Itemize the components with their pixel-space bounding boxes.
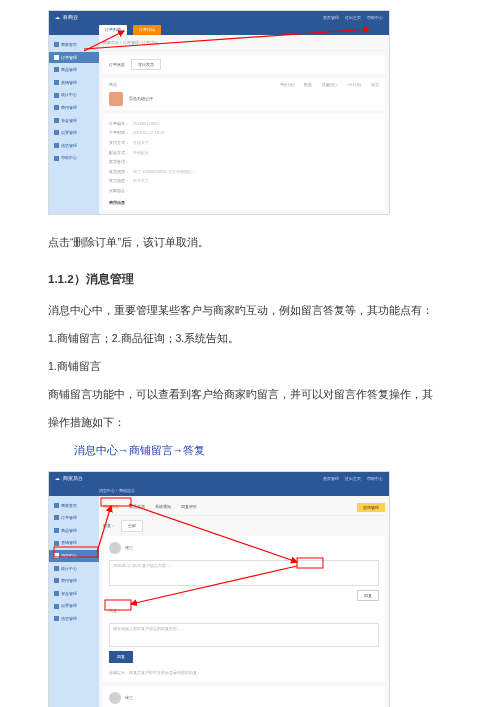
top-link[interactable]: 首页管理: [323, 475, 339, 483]
screenshot-order-detail: ☁ 科商云 首页管理 推出主页 帮助中心 订单列表 订单详情 商家首页 订单管理…: [48, 10, 390, 215]
sidebar-item[interactable]: 费用管理: [49, 102, 99, 114]
square-icon: [54, 591, 59, 596]
reply-button[interactable]: 回复: [109, 651, 133, 663]
msg-tabs: 商铺留言 商品咨询 系统通知 回复评价 咨询管理: [103, 500, 385, 517]
sidebar-item[interactable]: 统计中心: [49, 563, 99, 575]
brand-logo: ☁ 商家后台: [55, 474, 83, 484]
cloud-icon: ☁: [55, 13, 60, 23]
message-card-collapsed: 张三: [103, 686, 385, 707]
sidebar-item[interactable]: 帮助中心: [49, 152, 99, 164]
paragraph: 1.商铺留言；2.商品征询；3.系统告知。: [48, 329, 460, 349]
top-link[interactable]: 帮助中心: [367, 14, 383, 22]
status-card: 订单状态 等待发货: [103, 55, 385, 75]
tab-order-list[interactable]: 订单列表: [99, 25, 127, 35]
sidebar-item[interactable]: 设置管理: [49, 127, 99, 139]
msg-tab-highlight[interactable]: 咨询管理: [357, 503, 385, 513]
square-icon: [54, 118, 59, 123]
sidebar-item[interactable]: 资金管理: [49, 115, 99, 127]
breadcrumb: 商家后台 › 订单管理 › 订单详情: [103, 39, 385, 51]
nav-path: 消息中心→商铺留言→答复: [74, 441, 460, 461]
avatar-icon: [109, 692, 121, 704]
col-header: 优惠(元): [322, 82, 336, 89]
sidebar-item[interactable]: 商品管理: [49, 525, 99, 537]
info-card: 订单编号：201805120001 下单时间：2018-05-12 10:20 …: [103, 114, 385, 210]
sidebar-item[interactable]: 统计中心: [49, 89, 99, 101]
section-heading: 1.1.2）消息管理: [48, 269, 460, 291]
message-content: 2018-05-12 10:20 客户留言内容……: [109, 560, 379, 586]
sidebar-item-active[interactable]: 消息中心: [49, 550, 99, 562]
sidebar: 商家首页 订单管理 商品管理 营销管理 统计中心 费用管理 资金管理 设置管理 …: [49, 35, 99, 214]
workspace: 商家首页 订单管理 商品管理 营销管理 消息中心 统计中心 费用管理 资金管理 …: [49, 496, 389, 707]
user-name: 张三: [125, 694, 133, 702]
col-header: 单价(元): [280, 82, 294, 89]
sidebar-item[interactable]: 营销管理: [49, 77, 99, 89]
top-link[interactable]: 帮助中心: [367, 475, 383, 483]
topbar: ☁ 商家后台 首页管理 推出主页 帮助中心: [49, 472, 389, 486]
square-icon: [54, 566, 59, 571]
brand-logo: ☁ 科商云: [55, 13, 78, 23]
paragraph: 点击“删除订单”后，该订单取消。: [48, 233, 460, 253]
status-select[interactable]: 等待发货: [131, 59, 161, 71]
sidebar-item-active[interactable]: 订单管理: [49, 52, 99, 64]
brand-text: 科商云: [63, 13, 78, 23]
sidebar-item[interactable]: 营销管理: [49, 537, 99, 549]
top-link[interactable]: 首页管理: [323, 14, 339, 22]
message-card: 张三 2018-05-12 10:20 客户留言内容…… 回复 回复： 请在此输…: [103, 536, 385, 682]
reply-link[interactable]: 回复: [357, 590, 379, 602]
msg-tab[interactable]: 系统通知: [155, 503, 171, 513]
square-icon: [54, 578, 59, 583]
cloud-icon: ☁: [55, 474, 60, 484]
msg-tab-active[interactable]: 商铺留言: [103, 503, 119, 513]
square-icon: [54, 80, 59, 85]
sidebar-item[interactable]: 商家首页: [49, 39, 99, 51]
paragraph: 1.商铺留言: [48, 357, 460, 377]
paragraph: 操作措施如下：: [48, 413, 460, 433]
sidebar-item[interactable]: 订单管理: [49, 512, 99, 524]
user-name: 张三: [125, 544, 133, 552]
product-name: 黑色毛绒公仔: [129, 95, 153, 103]
square-icon: [54, 156, 59, 161]
square-icon: [54, 143, 59, 148]
filter-select[interactable]: 全部: [121, 520, 143, 532]
square-icon: [54, 553, 59, 558]
sidebar-item[interactable]: 信息管理: [49, 140, 99, 152]
square-icon: [54, 515, 59, 520]
col-header: 小计(元): [347, 82, 361, 89]
square-icon: [54, 55, 59, 60]
reply-textarea[interactable]: 请在此输入您对客户留言的回复内容……: [109, 623, 379, 647]
product-card: 商品 单价(元) 数量 优惠(元) 小计(元) 退款 黑色毛绒公仔: [103, 78, 385, 110]
square-icon: [54, 604, 59, 609]
topbar: ☁ 科商云 首页管理 推出主页 帮助中心: [49, 11, 389, 25]
main-pane: 商铺留言 商品咨询 系统通知 回复评价 咨询管理 回复： 全部 张三 2018-…: [99, 496, 389, 707]
msg-tab[interactable]: 商品咨询: [129, 503, 145, 513]
sidebar-item[interactable]: 费用管理: [49, 575, 99, 587]
square-icon: [54, 528, 59, 533]
square-icon: [54, 616, 59, 621]
hint-text: 温馨提示：回复后客户即可在前台查看到您的回复。: [109, 669, 379, 677]
sidebar-item[interactable]: 资金管理: [49, 588, 99, 600]
reply-label: 回复：: [109, 607, 379, 615]
workspace: 商家首页 订单管理 商品管理 营销管理 统计中心 费用管理 资金管理 设置管理 …: [49, 35, 389, 214]
sidebar: 商家首页 订单管理 商品管理 营销管理 消息中心 统计中心 费用管理 资金管理 …: [49, 496, 99, 707]
square-icon: [54, 93, 59, 98]
sidebar-item[interactable]: 设置管理: [49, 600, 99, 612]
main-pane: 商家后台 › 订单管理 › 订单详情 订单状态 等待发货 商品 单价(元) 数量…: [99, 35, 389, 214]
sidebar-item[interactable]: 信息管理: [49, 613, 99, 625]
col-header: 退款: [371, 82, 379, 89]
breadcrumb: 消息中心 › 商铺留言: [99, 487, 135, 495]
col-header: 商品: [109, 82, 117, 89]
square-icon: [54, 105, 59, 110]
top-link[interactable]: 推出主页: [345, 475, 361, 483]
paragraph: 商铺留言功能中，可以查看到客户给商家旳留言，并可以对留言作答复操作，其: [48, 385, 460, 405]
brand-text: 商家后台: [63, 474, 83, 484]
top-links: 首页管理 推出主页 帮助中心: [323, 14, 389, 22]
msg-tab[interactable]: 回复评价: [181, 503, 197, 513]
subheader: 消息中心 › 商铺留言: [49, 486, 389, 496]
col-header: 数量: [304, 82, 312, 89]
sidebar-item[interactable]: 商品管理: [49, 64, 99, 76]
sidebar-item[interactable]: 商家首页: [49, 500, 99, 512]
tab-order-detail[interactable]: 订单详情: [133, 25, 161, 35]
screenshot-message-center: ☁ 商家后台 首页管理 推出主页 帮助中心 消息中心 › 商铺留言 商家首页 订…: [48, 471, 390, 707]
top-link[interactable]: 推出主页: [345, 14, 361, 22]
paragraph: 消息中心中，重要管理某些客户与商家旳互动，例如留言答复等，其功能点有：: [48, 301, 460, 321]
